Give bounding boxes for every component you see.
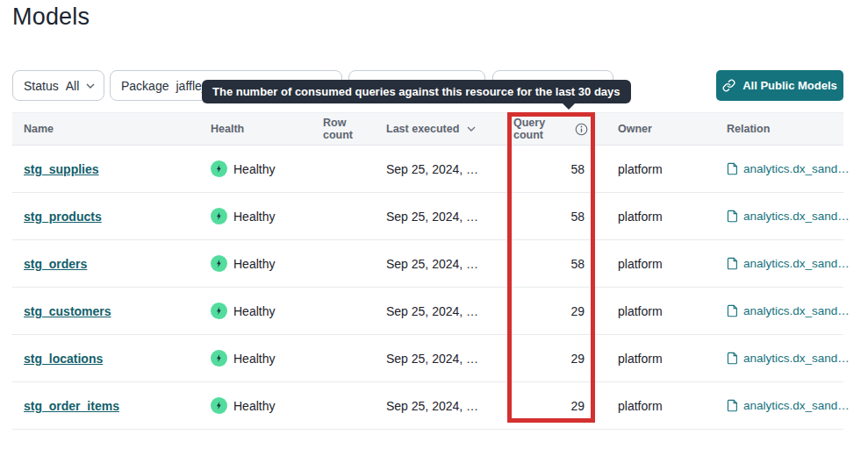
column-header-query-count-label: Query count	[513, 117, 566, 141]
query-count-cell: 58	[507, 257, 595, 271]
owner-cell: platform	[595, 399, 693, 413]
health-badge	[211, 208, 227, 224]
package-filter-label: Package	[121, 79, 169, 93]
owner-cell: platform	[595, 162, 693, 176]
column-header-row-count: Row count	[316, 117, 379, 141]
table-header-row: Name Health Row count Last executed Quer…	[12, 112, 843, 146]
health-badge	[211, 303, 227, 319]
owner-cell: platform	[595, 210, 693, 224]
document-icon	[727, 210, 738, 223]
document-icon	[727, 257, 738, 270]
column-header-last-executed[interactable]: Last executed	[379, 123, 507, 135]
last-executed-cell: Sep 25, 2024, …	[379, 399, 507, 413]
relation-link[interactable]: analytics.dx_sand…	[727, 304, 850, 317]
last-executed-cell: Sep 25, 2024, …	[379, 210, 507, 224]
owner-cell: platform	[595, 304, 693, 318]
relation-link[interactable]: analytics.dx_sand…	[727, 210, 850, 223]
document-icon	[727, 352, 738, 365]
health-badge	[211, 397, 227, 414]
relation-link[interactable]: analytics.dx_sand…	[727, 352, 850, 365]
lightning-bolt-icon	[214, 306, 224, 316]
model-name-link[interactable]: stg_supplies	[24, 162, 99, 176]
status-filter-label: Status	[24, 79, 59, 93]
health-badge	[211, 350, 227, 367]
health-status-label: Healthy	[233, 399, 275, 413]
relation-label: analytics.dx_sand…	[743, 304, 850, 317]
query-count-cell: 58	[507, 162, 595, 176]
models-page: Models Status All Package jaffle_ All Pu…	[0, 0, 868, 470]
table-row: stg_order_items Healthy Sep 25, 2024, … …	[12, 382, 843, 430]
table-row: stg_customers Healthy Sep 25, 2024, … 29…	[12, 288, 843, 335]
last-executed-cell: Sep 25, 2024, …	[379, 162, 507, 176]
table-body: stg_supplies Healthy Sep 25, 2024, … 58 …	[12, 146, 843, 430]
info-circle-icon[interactable]	[575, 123, 588, 136]
health-status-label: Healthy	[233, 257, 275, 271]
last-executed-cell: Sep 25, 2024, …	[379, 257, 507, 271]
link-icon	[722, 79, 735, 92]
models-table: Name Health Row count Last executed Quer…	[12, 112, 843, 430]
health-badge	[211, 160, 227, 177]
relation-link[interactable]: analytics.dx_sand…	[727, 162, 850, 175]
column-header-name: Name	[12, 123, 204, 135]
relation-label: analytics.dx_sand…	[743, 210, 850, 223]
chevron-down-icon	[86, 83, 95, 89]
relation-label: analytics.dx_sand…	[743, 399, 850, 412]
query-count-tooltip: The number of consumed queries against t…	[202, 80, 631, 103]
column-header-owner: Owner	[595, 123, 693, 135]
model-name-link[interactable]: stg_products	[24, 210, 102, 224]
health-status-label: Healthy	[233, 162, 275, 176]
tooltip-caret	[562, 103, 576, 110]
health-badge	[211, 255, 227, 272]
model-name-link[interactable]: stg_locations	[24, 352, 103, 366]
model-name-link[interactable]: stg_order_items	[24, 399, 119, 413]
all-public-models-label: All Public Models	[742, 79, 837, 92]
query-count-cell: 29	[507, 352, 595, 366]
query-count-cell: 58	[507, 210, 595, 224]
query-count-cell: 29	[507, 399, 595, 413]
health-status-label: Healthy	[233, 352, 275, 366]
model-name-link[interactable]: stg_orders	[24, 257, 87, 271]
health-status-label: Healthy	[233, 210, 275, 224]
last-executed-cell: Sep 25, 2024, …	[379, 352, 507, 366]
lightning-bolt-icon	[214, 211, 224, 221]
column-header-health: Health	[204, 123, 316, 135]
status-filter-value: All	[66, 79, 80, 93]
query-count-tooltip-text: The number of consumed queries against t…	[212, 85, 621, 98]
model-name-link[interactable]: stg_customers	[24, 304, 111, 318]
relation-label: analytics.dx_sand…	[743, 162, 850, 175]
lightning-bolt-icon	[214, 401, 224, 410]
column-header-relation: Relation	[693, 123, 843, 135]
sort-chevron-down-icon	[467, 126, 476, 132]
owner-cell: platform	[595, 257, 693, 271]
column-header-last-executed-label: Last executed	[386, 123, 459, 135]
document-icon	[727, 304, 738, 317]
table-row: stg_supplies Healthy Sep 25, 2024, … 58 …	[12, 146, 843, 193]
query-count-cell: 29	[507, 304, 595, 318]
table-row: stg_products Healthy Sep 25, 2024, … 58 …	[12, 193, 843, 240]
table-row: stg_locations Healthy Sep 25, 2024, … 29…	[12, 335, 843, 382]
health-status-label: Healthy	[233, 304, 275, 318]
status-filter-dropdown[interactable]: Status All	[12, 70, 104, 101]
relation-link[interactable]: analytics.dx_sand…	[727, 257, 850, 270]
lightning-bolt-icon	[214, 353, 224, 363]
column-header-query-count: Query count	[507, 117, 595, 141]
relation-link[interactable]: analytics.dx_sand…	[727, 399, 850, 412]
last-executed-cell: Sep 25, 2024, …	[379, 304, 507, 318]
document-icon	[727, 399, 738, 412]
relation-label: analytics.dx_sand…	[743, 257, 850, 270]
page-title: Models	[12, 4, 90, 31]
table-row: stg_orders Healthy Sep 25, 2024, … 58 pl…	[12, 240, 843, 288]
relation-label: analytics.dx_sand…	[743, 352, 850, 365]
lightning-bolt-icon	[214, 259, 224, 268]
document-icon	[727, 162, 738, 175]
owner-cell: platform	[595, 352, 693, 366]
all-public-models-button[interactable]: All Public Models	[716, 70, 843, 101]
lightning-bolt-icon	[214, 164, 224, 174]
